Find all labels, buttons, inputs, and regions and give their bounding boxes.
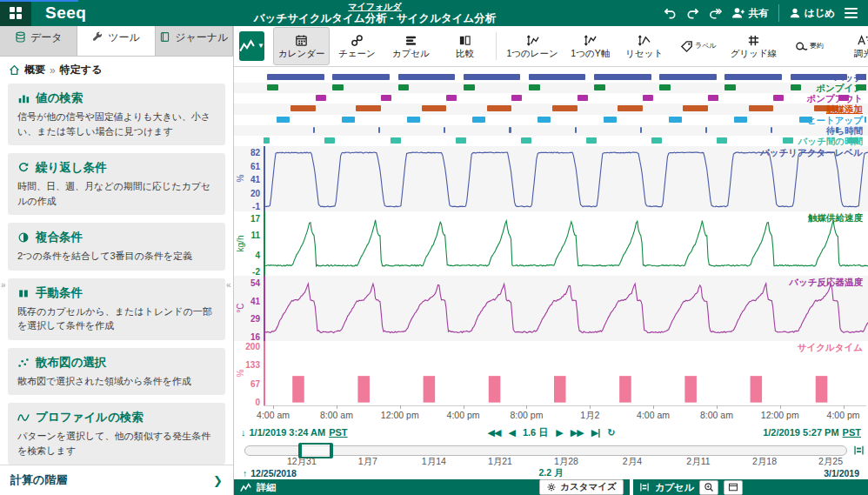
timezone-link[interactable]: PST bbox=[329, 427, 347, 438]
range-end-link[interactable]: 1/2/2019 5:27 PM PST bbox=[763, 427, 861, 438]
capsule-bar[interactable] bbox=[618, 105, 643, 111]
zoom-in-button[interactable] bbox=[699, 480, 718, 495]
cycle-time-bar[interactable] bbox=[751, 376, 763, 403]
toolbar-button-one-lane[interactable]: 1つのレーン bbox=[501, 27, 563, 65]
capsule-bar[interactable] bbox=[398, 74, 455, 80]
capsule-bar[interactable] bbox=[705, 127, 707, 133]
signal-lane-label[interactable]: サイクルタイム bbox=[798, 342, 863, 354]
signal-plot[interactable]: バッチ反応器温度 bbox=[264, 276, 868, 341]
capsule-bar[interactable] bbox=[464, 84, 475, 90]
investigate-start[interactable]: ↑ 12/25/2018 bbox=[243, 468, 297, 478]
capsule-bar[interactable] bbox=[521, 137, 531, 144]
minimize-panel-button[interactable] bbox=[724, 480, 743, 495]
cycle-time-bar[interactable] bbox=[489, 376, 501, 403]
capsule-bar[interactable] bbox=[717, 137, 727, 144]
range-duration[interactable]: 1.6 日 bbox=[523, 426, 548, 439]
capsule-bar[interactable] bbox=[651, 137, 662, 144]
sidebar-tab-wrench[interactable]: ツール bbox=[77, 26, 155, 56]
signal-trace[interactable] bbox=[265, 219, 868, 265]
y-axis[interactable]: %82614120-1 bbox=[234, 146, 264, 211]
signal-plot[interactable]: バッチリアクターレベル bbox=[264, 146, 868, 211]
toolbar-button-capsule[interactable]: カプセル bbox=[384, 27, 437, 65]
capsule-bar[interactable] bbox=[575, 127, 577, 133]
capsule-bar[interactable] bbox=[529, 74, 585, 80]
capsule-bar[interactable] bbox=[537, 117, 551, 123]
tool-card-scatter[interactable]: 散布図の選択散布図で選択された領域から条件を作成 bbox=[8, 348, 225, 396]
home-icon[interactable] bbox=[9, 64, 20, 76]
sidebar-tab-db[interactable]: データ bbox=[0, 26, 77, 56]
step-to-end-button[interactable]: ▶| bbox=[591, 427, 600, 438]
folder-breadcrumb[interactable]: マイフォルダ bbox=[86, 2, 663, 12]
tool-card-profile[interactable]: プロファイルの検索パターンを選択して、他の類似する発生条件を検索します bbox=[8, 403, 225, 465]
capsule-bar[interactable] bbox=[509, 127, 511, 133]
capsule-lane-label[interactable]: ポンプイン bbox=[816, 83, 863, 93]
capsule-bar[interactable] bbox=[640, 127, 642, 133]
capsule-bar[interactable] bbox=[277, 117, 290, 123]
view-mode-button[interactable]: ▼ bbox=[239, 31, 264, 61]
capsule-bar[interactable] bbox=[290, 105, 316, 111]
capsule-bar[interactable] bbox=[324, 137, 335, 144]
cycle-time-bar[interactable] bbox=[619, 376, 631, 403]
cycle-time-bar[interactable] bbox=[357, 376, 370, 403]
capsule-lane-label[interactable]: ヒートアップ bbox=[807, 115, 863, 125]
capsule-bar[interactable] bbox=[771, 127, 772, 133]
customize-button[interactable]: カスタマイズ bbox=[539, 479, 623, 495]
hamburger-menu-icon[interactable] bbox=[845, 8, 858, 19]
step-forward-fast-button[interactable]: ▶▶ bbox=[571, 427, 584, 438]
step-back-fast-button[interactable]: ◀◀ bbox=[488, 427, 501, 438]
timebar-track[interactable] bbox=[244, 445, 847, 456]
capsule-bar[interactable] bbox=[529, 84, 540, 90]
capsule-bar[interactable] bbox=[586, 137, 597, 144]
toolbar-button-dimming[interactable]: 調光 bbox=[836, 27, 868, 65]
capsule-bar[interactable] bbox=[552, 105, 578, 111]
sidebar-tab-book[interactable]: ジャーナル bbox=[156, 26, 233, 56]
capsule-bar[interactable] bbox=[594, 74, 651, 80]
capsule-bar[interactable] bbox=[264, 137, 270, 144]
capsules-panel-header[interactable]: カプセル bbox=[633, 479, 868, 495]
apps-grid-button[interactable] bbox=[0, 0, 31, 26]
signal-lane-label[interactable]: バッチリアクターレベル bbox=[760, 147, 863, 159]
x-axis[interactable]: 4:00 am8:00 am12:00 pm4:00 pm8:00 pm1月24… bbox=[234, 405, 868, 424]
capsule-bar[interactable] bbox=[378, 127, 380, 133]
capsule-lane-label[interactable]: バッチ間の時間 bbox=[798, 136, 863, 146]
tool-card-periodic[interactable]: 繰り返し条件時間、日、週、月などの期間に応じたカプセルの作成 bbox=[8, 153, 225, 215]
capsule-bar[interactable] bbox=[659, 84, 671, 90]
cycle-time-bar[interactable] bbox=[424, 376, 436, 403]
capsule-bar[interactable] bbox=[332, 74, 389, 80]
user-menu[interactable]: はじめ bbox=[789, 7, 835, 20]
step-back-button[interactable]: ◀ bbox=[508, 427, 514, 438]
capsule-bar[interactable] bbox=[604, 117, 617, 123]
sidebar-expand-handle[interactable]: » bbox=[1, 280, 6, 290]
signal-plot[interactable]: 触媒供給速度 bbox=[264, 211, 868, 277]
capsule-lane-label[interactable]: 待ち時間 bbox=[826, 125, 863, 136]
cycle-time-bar[interactable] bbox=[684, 376, 697, 403]
capsule-bar[interactable] bbox=[313, 127, 315, 133]
toolbar-button-label[interactable]: ラベル bbox=[671, 27, 725, 65]
capsule-lane-label[interactable]: バッチ bbox=[835, 72, 863, 83]
capsule-bar[interactable] bbox=[749, 105, 774, 111]
cycle-time-bar[interactable] bbox=[554, 376, 566, 403]
toolbar-button-summary[interactable]: 要約 bbox=[782, 27, 836, 65]
undo-button[interactable] bbox=[664, 7, 677, 20]
capsule-bar[interactable] bbox=[659, 74, 716, 80]
capsule-bar[interactable] bbox=[472, 117, 485, 123]
capsule-bar[interactable] bbox=[791, 84, 802, 90]
investigate-duration[interactable]: 2.2 月 bbox=[538, 467, 563, 479]
timebar-capsule-icon[interactable] bbox=[853, 445, 865, 456]
capsule-bar[interactable] bbox=[446, 95, 457, 101]
capsule-bar[interactable] bbox=[724, 84, 736, 90]
toolbar-button-reset[interactable]: リセット bbox=[618, 27, 671, 65]
y-axis[interactable]: kg/h17114-2 bbox=[234, 211, 264, 277]
signal-trace[interactable] bbox=[265, 152, 868, 207]
capsule-bar[interactable] bbox=[708, 95, 718, 101]
capsule-bar[interactable] bbox=[407, 117, 420, 123]
toolbar-button-compare[interactable]: 比較 bbox=[437, 27, 491, 65]
capsule-bar[interactable] bbox=[464, 74, 520, 80]
capsule-bar[interactable] bbox=[267, 84, 278, 90]
tool-card-manual[interactable]: 手動条件既存のカプセルから、またはトレンドの一部を選択して条件を作成 bbox=[8, 278, 225, 340]
step-forward-button[interactable]: ▶ bbox=[556, 427, 562, 438]
capsule-bar[interactable] bbox=[773, 95, 784, 101]
share-button[interactable]: 共有 bbox=[731, 6, 769, 20]
redo-all-button[interactable] bbox=[709, 7, 722, 20]
redo-button[interactable] bbox=[686, 7, 699, 20]
